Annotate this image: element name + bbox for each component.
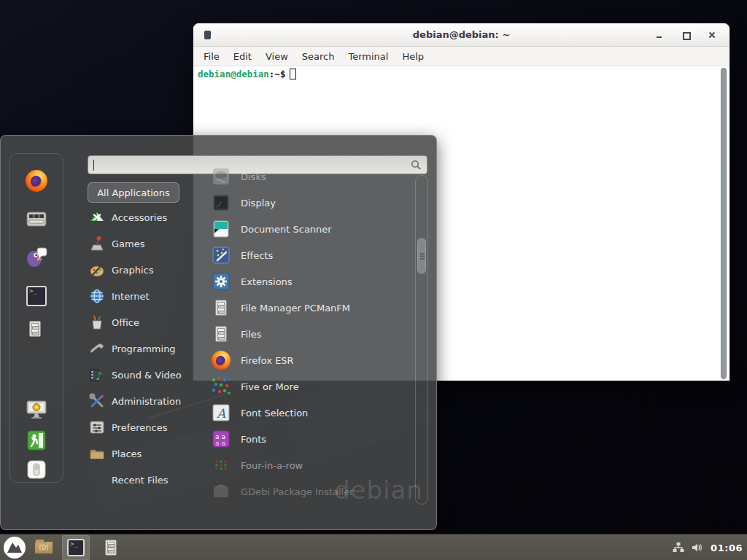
menu-terminal[interactable]: Terminal — [344, 50, 392, 63]
desktop: debian debian@debian: ~ File Edit View S… — [0, 0, 747, 560]
folder-launcher-icon: [D] — [33, 538, 55, 557]
disks-icon — [211, 166, 231, 187]
pidgin-icon — [25, 245, 48, 268]
firefox-icon — [211, 350, 231, 370]
text-caret — [93, 160, 94, 171]
svg-text:A: A — [216, 406, 226, 421]
category-label: Programming — [112, 343, 176, 354]
category-sound-video[interactable]: ♪ Sound & Video — [89, 366, 204, 384]
category-administration[interactable]: Administration — [89, 392, 204, 410]
app-item-firefox-esr[interactable]: Firefox ESR — [211, 349, 414, 372]
menu-orb-icon — [4, 537, 26, 559]
category-places[interactable]: Places — [89, 445, 204, 462]
app-item-display[interactable]: Display — [211, 191, 414, 214]
category-accessories[interactable]: Accessories — [89, 209, 204, 226]
terminal-launcher-icon: >_ — [66, 537, 86, 558]
minimize-icon[interactable] — [655, 31, 664, 39]
application-menu: >_ — [0, 135, 437, 530]
terminal-favorite[interactable]: >_ — [25, 284, 48, 308]
close-icon[interactable] — [708, 31, 716, 39]
menu-view[interactable]: View — [262, 50, 292, 63]
screensaver-favorite[interactable] — [25, 397, 48, 421]
app-label: Effects — [241, 250, 273, 261]
terminal-window-icon — [204, 31, 211, 39]
file-manager-favorite[interactable] — [25, 319, 48, 342]
logout-favorite[interactable] — [25, 429, 48, 452]
app-item-extensions[interactable]: Extensions — [211, 270, 414, 293]
terminal-scrollbar[interactable] — [719, 68, 728, 379]
app-label: GDebi Package Installer — [241, 486, 354, 497]
app-label: Four-in-a-row — [241, 460, 303, 471]
app-label: Disks — [241, 171, 266, 182]
category-label: Places — [112, 448, 142, 459]
terminal-menubar: File Edit View Search Terminal Help — [193, 47, 729, 66]
app-label: Firefox ESR — [241, 355, 294, 366]
package-manager-favorite[interactable] — [25, 207, 48, 230]
app-item-fonts[interactable]: a a a a Fonts — [211, 427, 414, 451]
graphics-icon — [89, 262, 105, 278]
network-icon[interactable] — [672, 541, 685, 554]
category-office[interactable]: Office — [89, 314, 204, 331]
app-label: Document Scanner — [241, 224, 332, 235]
category-graphics[interactable]: Graphics — [89, 261, 204, 279]
app-label: File Manager PCManFM — [241, 303, 350, 314]
menu-button[interactable] — [1, 535, 28, 560]
system-tray: 01:06 — [672, 534, 743, 560]
pidgin-favorite[interactable] — [25, 245, 48, 268]
recent-files-spacer — [89, 472, 105, 488]
category-games[interactable]: Games — [89, 235, 204, 252]
menu-help[interactable]: Help — [398, 50, 427, 63]
app-item-font-selection[interactable]: A Font Selection — [211, 401, 414, 424]
file-cabinet-icon — [211, 324, 231, 344]
app-item-effects[interactable]: Effects — [211, 244, 414, 267]
app-item-five-or-more[interactable]: Five or More — [211, 375, 414, 398]
sound-video-icon: ♪ — [89, 367, 105, 383]
volume-icon[interactable] — [691, 541, 705, 554]
files-launcher[interactable] — [97, 535, 125, 560]
folder-launcher[interactable]: [D] — [30, 535, 58, 560]
programming-icon — [89, 341, 105, 357]
app-list-scrollbar-thumb[interactable] — [417, 238, 426, 273]
document-scanner-icon — [211, 219, 231, 239]
app-label: Five or More — [241, 381, 299, 392]
font-selection-icon: A — [211, 402, 231, 423]
category-programming[interactable]: Programming — [89, 340, 204, 357]
category-internet[interactable]: Internet — [89, 287, 204, 305]
terminal-scrollbar-thumb[interactable] — [721, 68, 727, 379]
fonts-icon: a a a a — [211, 429, 231, 449]
app-item-pcmanfm[interactable]: File Manager PCManFM — [211, 296, 414, 319]
category-label: Administration — [112, 396, 181, 407]
app-label: Font Selection — [241, 408, 308, 419]
file-cabinet-icon — [211, 298, 231, 318]
category-label: Graphics — [112, 265, 153, 276]
app-item-four-in-a-row[interactable]: Four-in-a-row — [211, 454, 414, 477]
clock[interactable]: 01:06 — [711, 542, 743, 553]
menu-search[interactable]: Search — [298, 50, 338, 63]
prompt-user: debian@debian — [198, 69, 269, 79]
category-all-applications[interactable]: All Applications — [88, 182, 179, 203]
terminal-launcher[interactable]: >_ — [62, 535, 90, 560]
menu-edit[interactable]: Edit — [230, 50, 255, 63]
prompt-suffix: :~$ — [269, 69, 286, 79]
maximize-icon[interactable] — [681, 31, 690, 39]
app-item-document-scanner[interactable]: Document Scanner — [211, 217, 414, 241]
package-manager-icon — [25, 207, 48, 230]
shutdown-favorite[interactable] — [25, 458, 48, 481]
taskbar: [D] >_ 01: — [0, 534, 747, 560]
app-item-gdebi[interactable]: GDebi Package Installer — [211, 480, 414, 503]
category-preferences[interactable]: Preferences — [89, 419, 204, 436]
file-manager-icon — [25, 319, 45, 339]
app-list-scrollbar[interactable] — [415, 175, 428, 505]
app-label: Extensions — [241, 276, 293, 287]
app-item-files[interactable]: Files — [211, 322, 414, 346]
favorites-panel: >_ — [9, 153, 63, 483]
terminal-cursor — [290, 69, 296, 79]
places-icon — [89, 446, 105, 462]
terminal-titlebar[interactable]: debian@debian: ~ — [193, 23, 729, 47]
games-icon — [89, 236, 105, 252]
category-recent-files[interactable]: Recent Files — [89, 471, 204, 489]
firefox-favorite[interactable] — [25, 169, 48, 192]
menu-file[interactable]: File — [200, 50, 223, 63]
app-item-disks[interactable]: Disks — [211, 165, 414, 188]
category-label: Accessories — [112, 212, 167, 223]
